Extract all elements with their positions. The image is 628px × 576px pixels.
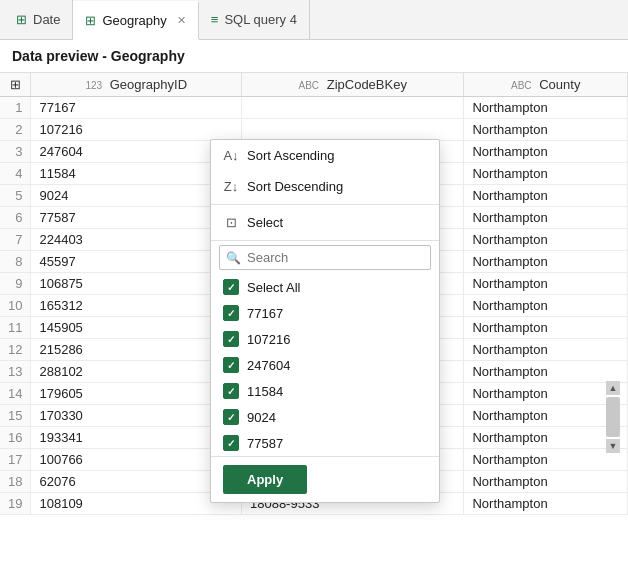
column-filter-dropdown: A↓ Sort Ascending Z↓ Sort Descending ⊡ S… [210, 139, 440, 503]
menu-divider-1 [211, 204, 439, 205]
cell-county: Northampton [464, 141, 628, 163]
tab-geography-label: Geography [102, 13, 166, 28]
cell-county: Northampton [464, 163, 628, 185]
cell-rownum: 1 [0, 97, 31, 119]
cell-rownum: 17 [0, 449, 31, 471]
date-tab-icon: ⊞ [16, 12, 27, 27]
cell-county: Northampton [464, 229, 628, 251]
cell-rownum: 16 [0, 427, 31, 449]
scroll-up-arrow[interactable]: ▲ [606, 381, 620, 395]
checkbox-77167[interactable]: 77167 [211, 300, 439, 326]
sort-ascending-item[interactable]: A↓ Sort Ascending [211, 140, 439, 171]
close-geography-tab[interactable]: ✕ [177, 14, 186, 27]
cell-county: Northampton [464, 207, 628, 229]
geoid-type: 123 [85, 80, 102, 91]
apply-button-row: Apply [211, 456, 439, 502]
search-input[interactable] [247, 250, 424, 265]
label-247604: 247604 [247, 358, 290, 373]
checkbox-107216[interactable]: 107216 [211, 326, 439, 352]
cell-rownum: 6 [0, 207, 31, 229]
label-9024: 9024 [247, 410, 276, 425]
zip-label: ZipCodeBKey [327, 77, 407, 92]
scroll-thumb [606, 397, 620, 437]
col-header-county[interactable]: ABC County [464, 73, 628, 97]
col-header-geographyid[interactable]: 123 GeographyID [31, 73, 242, 97]
checkbox-247604-box[interactable] [223, 357, 239, 373]
cell-county: Northampton [464, 339, 628, 361]
checkbox-select-all[interactable]: Select All [211, 274, 439, 300]
cell-rownum: 7 [0, 229, 31, 251]
cell-county: Northampton [464, 383, 628, 405]
checkbox-77587-box[interactable] [223, 435, 239, 451]
checkbox-select-all-box[interactable] [223, 279, 239, 295]
county-type: ABC [511, 80, 532, 91]
cell-county: Northampton [464, 251, 628, 273]
label-77587: 77587 [247, 436, 283, 451]
tab-sqlquery4[interactable]: ≡ SQL query 4 [199, 0, 310, 39]
zip-type: ABC [299, 80, 320, 91]
table-row: 2 107216 Northampton [0, 119, 628, 141]
cell-rownum: 15 [0, 405, 31, 427]
checkbox-107216-box[interactable] [223, 331, 239, 347]
search-icon: 🔍 [226, 251, 241, 265]
scroll-down-arrow[interactable]: ▼ [606, 439, 620, 453]
cell-rownum: 14 [0, 383, 31, 405]
checkbox-list: Select All 77167 107216 247604 11584 902… [211, 274, 439, 456]
cell-county: Northampton [464, 471, 628, 493]
checkbox-77587[interactable]: 77587 [211, 430, 439, 456]
col-header-zipcodebkey[interactable]: ABC ZipCodeBKey [241, 73, 464, 97]
checkbox-9024-box[interactable] [223, 409, 239, 425]
col-header-rownum: ⊞ [0, 73, 31, 97]
apply-button[interactable]: Apply [223, 465, 307, 494]
sort-descending-item[interactable]: Z↓ Sort Descending [211, 171, 439, 202]
cell-geoid: 107216 [31, 119, 242, 141]
tab-geography[interactable]: ⊞ Geography ✕ [73, 1, 198, 40]
scroll-arrows: ▲ ▼ [606, 381, 620, 453]
checkbox-11584-box[interactable] [223, 383, 239, 399]
cell-rownum: 2 [0, 119, 31, 141]
tab-sqlquery4-label: SQL query 4 [224, 12, 297, 27]
sqlquery4-tab-icon: ≡ [211, 12, 219, 27]
checkbox-247604[interactable]: 247604 [211, 352, 439, 378]
sort-asc-icon: A↓ [223, 148, 239, 163]
data-preview-header: Data preview - Geography [0, 40, 628, 73]
cell-county: Northampton [464, 119, 628, 141]
label-107216: 107216 [247, 332, 290, 347]
cell-rownum: 10 [0, 295, 31, 317]
select-label: Select [247, 215, 283, 230]
table-row: 1 77167 Northampton [0, 97, 628, 119]
cell-rownum: 11 [0, 317, 31, 339]
cell-county: Northampton [464, 317, 628, 339]
label-11584: 11584 [247, 384, 283, 399]
label-77167: 77167 [247, 306, 283, 321]
checkbox-9024[interactable]: 9024 [211, 404, 439, 430]
cell-rownum: 5 [0, 185, 31, 207]
sort-desc-icon: Z↓ [223, 179, 239, 194]
tab-date[interactable]: ⊞ Date [4, 0, 73, 39]
cell-rownum: 9 [0, 273, 31, 295]
cell-county: Northampton [464, 97, 628, 119]
cell-zip [241, 97, 464, 119]
sort-descending-label: Sort Descending [247, 179, 343, 194]
checkbox-77167-box[interactable] [223, 305, 239, 321]
cell-rownum: 13 [0, 361, 31, 383]
cell-county: Northampton [464, 295, 628, 317]
filter-search-box[interactable]: 🔍 [219, 245, 431, 270]
cell-county: Northampton [464, 185, 628, 207]
cell-rownum: 4 [0, 163, 31, 185]
cell-rownum: 18 [0, 471, 31, 493]
county-label: County [539, 77, 580, 92]
cell-zip [241, 119, 464, 141]
cell-geoid: 77167 [31, 97, 242, 119]
select-icon: ⊡ [223, 215, 239, 230]
tab-date-label: Date [33, 12, 60, 27]
table-icon: ⊞ [10, 77, 21, 92]
select-all-label: Select All [247, 280, 300, 295]
cell-county: Northampton [464, 449, 628, 471]
select-item[interactable]: ⊡ Select [211, 207, 439, 238]
cell-county: Northampton [464, 405, 628, 427]
checkbox-11584[interactable]: 11584 [211, 378, 439, 404]
cell-county: Northampton [464, 493, 628, 515]
cell-rownum: 8 [0, 251, 31, 273]
geography-tab-icon: ⊞ [85, 13, 96, 28]
